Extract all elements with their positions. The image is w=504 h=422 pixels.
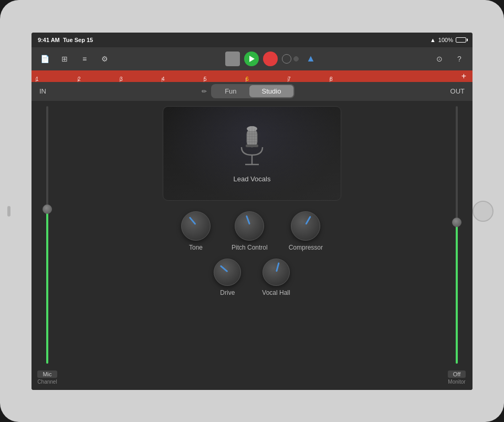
knobs-row-2: Drive Vocal Hall (214, 259, 290, 296)
tempo-circle (282, 54, 291, 64)
tempo-display (282, 54, 299, 64)
tempo-dot (293, 56, 299, 61)
tab-studio[interactable]: Studio (249, 85, 294, 97)
home-button[interactable] (472, 201, 494, 222)
tone-knob-label: Tone (189, 244, 203, 251)
ruler-mark-7: 7 (288, 76, 330, 82)
pitch-control-knob[interactable] (235, 211, 264, 241)
ruler-mark-3: 3 (120, 76, 162, 82)
monitor-label: Monitor (448, 379, 465, 385)
vocal-hall-knob-indicator (276, 262, 280, 272)
battery-icon (456, 37, 466, 43)
drive-knob-label: Drive (220, 289, 235, 296)
add-track-button[interactable]: + (459, 71, 468, 81)
ruler-mark-8: 8 (330, 76, 372, 82)
ruler-mark-1: 1 (36, 76, 78, 82)
toolbar-center: ▲ (117, 51, 427, 67)
instrument-name: Lead Vocals (234, 175, 271, 183)
drive-knob-indicator (220, 265, 228, 272)
ruler-mark-5: 5 (204, 76, 246, 82)
mix-button[interactable]: ≡ (77, 51, 92, 67)
knobs-row-1: Tone Pitch Control Compressor (181, 211, 323, 251)
tone-knob-indicator (189, 217, 196, 225)
tone-knob-group: Tone (181, 211, 211, 251)
ruler-mark-4: 4 (162, 76, 204, 82)
out-slider-col: Off Monitor (441, 101, 472, 390)
toolbar: 📄 ⊞ ≡ ⚙ ▲ ⊙ ? (32, 47, 472, 70)
status-time: 9:41 AM Tue Sep 15 (38, 37, 93, 43)
new-song-button[interactable]: 📄 (37, 51, 52, 67)
in-slider-track[interactable] (46, 106, 48, 364)
play-icon (249, 56, 255, 62)
in-label: IN (39, 87, 46, 95)
record-button[interactable] (263, 52, 278, 66)
undo-button[interactable]: ⊙ (432, 51, 447, 67)
pitch-control-knob-indicator (246, 215, 250, 224)
compressor-knob[interactable] (291, 211, 320, 241)
drive-knob[interactable] (214, 259, 241, 286)
out-label: OUT (450, 87, 465, 95)
mode-tabs-bar: IN ✏ Fun Studio OUT (32, 82, 472, 101)
compressor-knob-label: Compressor (289, 244, 323, 251)
eq-button[interactable]: ⚙ (97, 51, 112, 67)
vocal-hall-knob[interactable] (262, 259, 290, 286)
drive-knob-group: Drive (214, 259, 241, 296)
in-slider-fill (46, 209, 48, 364)
ruler-mark-6: 6 (246, 76, 288, 82)
out-slider-label: Off Monitor (448, 370, 465, 385)
monitor-value: Off (448, 370, 465, 378)
ipad-frame: 9:41 AM Tue Sep 15 ▲ 100% 📄 ⊞ ≡ ⚙ (0, 0, 504, 422)
instrument-box[interactable]: Lead Vocals (163, 106, 341, 201)
center-area: Lead Vocals Tone Pitch Control (63, 101, 441, 390)
svg-rect-12 (246, 145, 258, 147)
toolbar-left: 📄 ⊞ ≡ ⚙ (37, 51, 112, 67)
channel-value: Mic (37, 370, 57, 378)
ruler-mark-2: 2 (78, 76, 120, 82)
in-slider-thumb[interactable] (43, 204, 52, 214)
vocal-hall-knob-label: Vocal Hall (262, 289, 290, 296)
in-slider-col: Mic Channel (32, 101, 63, 390)
metronome-button[interactable]: ▲ (303, 51, 319, 67)
status-bar: 9:41 AM Tue Sep 15 ▲ 100% (32, 33, 472, 47)
status-right: ▲ 100% (430, 37, 466, 43)
ruler-marks: 1 2 3 4 5 6 7 8 (36, 70, 459, 82)
microphone-icon (234, 123, 270, 171)
out-slider-track[interactable] (456, 106, 458, 364)
pencil-icon: ✏ (202, 88, 207, 95)
pitch-control-knob-label: Pitch Control (232, 244, 268, 251)
in-slider-label: Mic Channel (37, 370, 57, 385)
side-button[interactable] (7, 206, 10, 217)
main-content: Mic Channel (32, 101, 472, 390)
vocal-hall-knob-group: Vocal Hall (262, 259, 290, 296)
tone-knob[interactable] (181, 211, 211, 241)
pitch-control-knob-group: Pitch Control (232, 211, 268, 251)
tracks-button[interactable]: ⊞ (57, 51, 72, 67)
ipad-screen: 9:41 AM Tue Sep 15 ▲ 100% 📄 ⊞ ≡ ⚙ (32, 33, 472, 390)
toolbar-right: ⊙ ? (432, 51, 467, 67)
channel-label: Channel (37, 379, 57, 385)
stop-button[interactable] (225, 52, 240, 66)
mode-tabs-group: Fun Studio (211, 84, 295, 98)
play-button[interactable] (244, 52, 259, 66)
out-slider-thumb[interactable] (452, 218, 461, 227)
timeline-ruler: 1 2 3 4 5 6 7 8 + (32, 70, 472, 82)
out-slider-fill (456, 222, 458, 364)
compressor-knob-group: Compressor (289, 211, 323, 251)
compressor-knob-indicator (305, 215, 311, 224)
help-button[interactable]: ? (452, 51, 467, 67)
battery-percent: 100% (438, 37, 453, 43)
tab-fun[interactable]: Fun (212, 85, 249, 97)
wifi-icon: ▲ (430, 37, 436, 43)
